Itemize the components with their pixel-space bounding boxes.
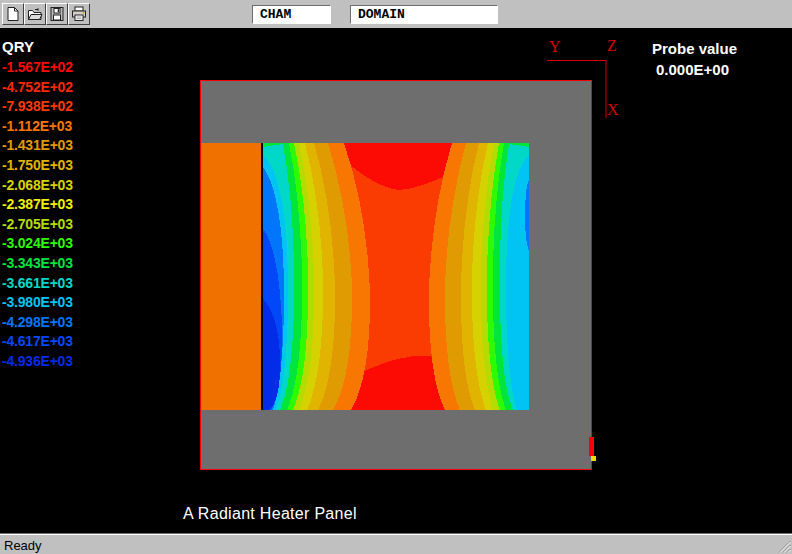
legend-value: -2.705E+03 (2, 215, 112, 235)
z-axis-label: Z (607, 37, 617, 54)
open-folder-button[interactable] (24, 3, 46, 25)
legend-value: -2.387E+03 (2, 195, 112, 215)
x-axis-label: X (607, 101, 619, 118)
legend-list: -1.567E+02-4.752E+02-7.938E+02-1.112E+03… (2, 58, 112, 372)
heater-strip (201, 143, 261, 410)
cham-input[interactable] (252, 5, 331, 24)
print-button[interactable] (68, 3, 90, 25)
legend-value: -1.112E+03 (2, 117, 112, 137)
legend-value: -4.298E+03 (2, 313, 112, 333)
application-window: QRY -1.567E+02-4.752E+02-7.938E+02-1.112… (0, 0, 792, 554)
save-button[interactable] (46, 3, 68, 25)
y-axis-label: Y (549, 38, 561, 55)
probe-value: 0.000E+00 (652, 59, 772, 80)
legend-value: -4.936E+03 (2, 352, 112, 372)
legend: QRY -1.567E+02-4.752E+02-7.938E+02-1.112… (2, 38, 112, 372)
print-icon (71, 6, 87, 22)
domain-input[interactable] (350, 5, 498, 24)
probe-marker-tip (591, 456, 596, 461)
legend-value: -4.752E+02 (2, 78, 112, 98)
open-folder-icon (27, 6, 43, 22)
probe-marker (589, 437, 594, 456)
probe-label: Probe value (652, 38, 772, 59)
legend-value: -1.750E+03 (2, 156, 112, 176)
legend-value: -1.431E+03 (2, 136, 112, 156)
legend-value: -3.661E+03 (2, 274, 112, 294)
status-text: Ready (4, 538, 42, 553)
new-file-button[interactable] (2, 3, 24, 25)
legend-value: -1.567E+02 (2, 58, 112, 78)
plot-caption: A Radiant Heater Panel (183, 505, 357, 523)
new-file-icon (5, 6, 21, 22)
probe-readout: Probe value 0.000E+00 (652, 38, 772, 80)
save-icon (49, 6, 65, 22)
legend-value: -3.980E+03 (2, 293, 112, 313)
toolbar (0, 0, 792, 29)
domain-region (200, 80, 592, 470)
status-bar: Ready (0, 533, 792, 554)
legend-value: -3.343E+03 (2, 254, 112, 274)
legend-value: -7.938E+02 (2, 97, 112, 117)
resize-grip-icon[interactable] (778, 540, 791, 553)
legend-value: -3.024E+03 (2, 234, 112, 254)
legend-value: -2.068E+03 (2, 176, 112, 196)
status-bar-inner: Ready (0, 534, 792, 554)
legend-value: -4.617E+03 (2, 332, 112, 352)
contour-plot[interactable] (263, 143, 529, 410)
legend-title: QRY (2, 38, 112, 58)
